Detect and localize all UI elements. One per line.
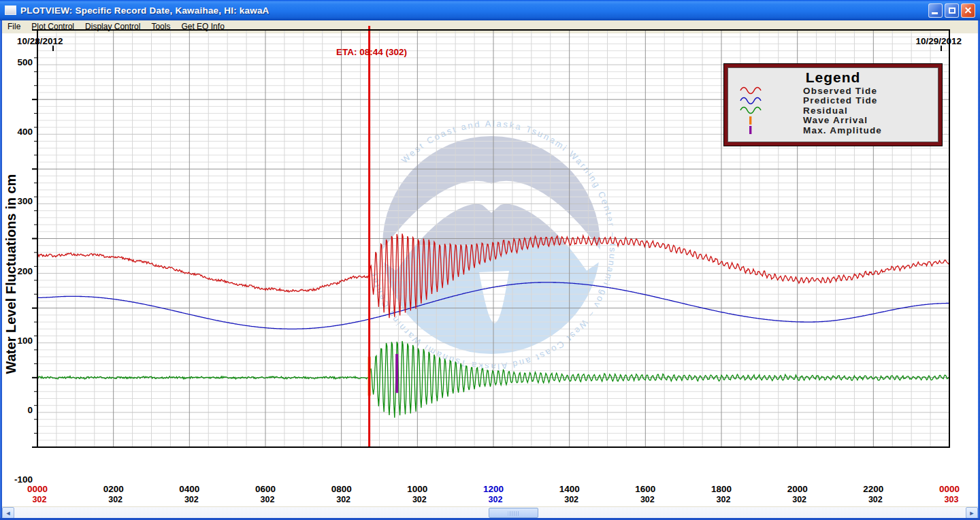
x-tick-time-label: 1400 xyxy=(546,484,593,494)
x-tick-day-label: 302 xyxy=(16,495,63,504)
legend-item-label: Residual xyxy=(803,105,848,116)
y-tick-label: 100 xyxy=(2,336,33,346)
start-date-tick xyxy=(52,46,54,51)
legend-item: Max. Amplitude xyxy=(728,125,938,135)
y-tick-label: 500 xyxy=(2,57,33,67)
y-tick-label: 300 xyxy=(2,196,33,206)
x-tick-time-label: 1600 xyxy=(621,484,669,494)
start-date-label: 10/28/2012 xyxy=(17,36,63,46)
y-tick-label: 400 xyxy=(2,127,33,137)
plot-client-area: West Coast and Alaska Tsunami Warning Ce… xyxy=(2,33,978,506)
x-tick-time-label: 2000 xyxy=(774,484,821,494)
x-tick-time-label: 1800 xyxy=(698,484,745,494)
legend-item-label: Wave Arrival xyxy=(803,115,868,125)
wave-arrival-swatch-icon xyxy=(739,116,764,125)
y-tick-label: -100 xyxy=(2,474,33,485)
x-tick-day-label: 302 xyxy=(244,495,291,504)
x-tick-day-label: 302 xyxy=(320,495,368,504)
y-axis-ticks xyxy=(32,30,37,447)
legend-item: Predicted Tide xyxy=(728,96,938,106)
x-tick-day-label: 302 xyxy=(851,495,899,504)
x-tick-day-label: 303 xyxy=(928,495,975,504)
end-date-tick xyxy=(941,46,942,51)
x-tick-day-label: 302 xyxy=(472,495,519,504)
app-window: PLOTVIEW: Specific Record Date, Kawaihae… xyxy=(0,0,980,520)
x-tick-time-label: 0200 xyxy=(90,484,137,494)
legend-item-label: Max. Amplitude xyxy=(803,125,882,135)
legend-box: Legend Observed TidePredicted TideResidu… xyxy=(723,63,943,146)
x-tick-time-label: 2200 xyxy=(849,484,897,494)
y-tick-label: 0 xyxy=(2,405,33,415)
legend-item: Residual xyxy=(728,105,938,116)
x-tick-day-label: 302 xyxy=(395,495,443,504)
x-tick-time-label: 0000 xyxy=(14,484,61,494)
x-tick-time-label: 0000 xyxy=(926,484,973,494)
scrollbar-thumb[interactable] xyxy=(489,508,538,518)
end-date-label: 10/29/2012 xyxy=(915,36,962,46)
legend-item: Wave Arrival xyxy=(728,116,938,126)
x-tick-day-label: 302 xyxy=(623,495,671,504)
residual-swatch-icon xyxy=(739,105,764,115)
horizontal-scrollbar[interactable]: ◄ ► xyxy=(2,506,978,518)
x-tick-time-label: 1200 xyxy=(470,484,517,494)
predicted-tide-swatch-icon xyxy=(739,96,764,105)
eta-annotation: ETA: 08:44 (302) xyxy=(336,47,407,57)
legend-item: Observed Tide xyxy=(728,86,938,96)
x-tick-time-label: 1000 xyxy=(393,484,441,494)
window-border-left xyxy=(0,20,2,520)
y-tick-label: 200 xyxy=(2,266,33,276)
max-amplitude-swatch-icon xyxy=(739,125,764,135)
legend-title: Legend xyxy=(728,69,938,86)
x-tick-time-label: 0400 xyxy=(165,484,213,494)
scroll-right-arrow-icon[interactable]: ► xyxy=(966,507,978,519)
max-amplitude-marker xyxy=(395,354,398,393)
x-tick-time-label: 0600 xyxy=(242,484,289,494)
legend-item-label: Predicted Tide xyxy=(803,95,878,105)
legend-item-label: Observed Tide xyxy=(803,86,877,96)
x-tick-day-label: 302 xyxy=(700,495,747,504)
x-tick-day-label: 302 xyxy=(92,495,140,504)
observed-tide-swatch-icon xyxy=(739,86,764,95)
noaa-watermark: West Coast and Alaska Tsunami Warning Ce… xyxy=(368,118,618,372)
x-tick-day-label: 302 xyxy=(776,495,823,504)
x-tick-time-label: 0800 xyxy=(318,484,365,494)
scrollbar-grip-icon xyxy=(508,511,519,516)
x-tick-day-label: 302 xyxy=(167,495,215,504)
x-tick-day-label: 302 xyxy=(548,495,595,504)
scroll-left-arrow-icon[interactable]: ◄ xyxy=(2,507,14,519)
